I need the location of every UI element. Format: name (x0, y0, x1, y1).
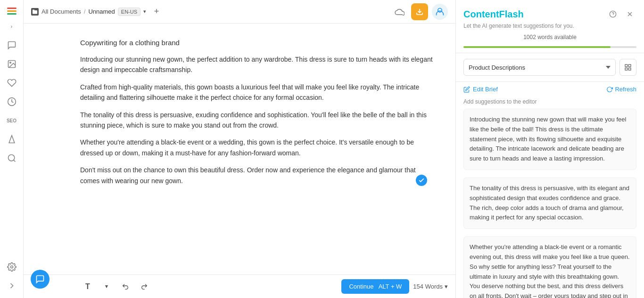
bottom-toolbar: T ▾ Continue ALT + W 154 Words ▾ (24, 274, 455, 298)
cf-suggestions[interactable]: Introducing the stunning new gown that w… (456, 109, 644, 298)
cf-words-available: 1002 words available (463, 34, 636, 40)
refresh-label: Refresh (615, 86, 636, 93)
breadcrumb-root[interactable]: All Documents (41, 8, 81, 15)
download-button[interactable] (411, 3, 428, 20)
cf-header: ContentFlash Let the AI generate text su… (456, 0, 644, 53)
svg-rect-15 (625, 68, 627, 70)
sidebar-item-expand[interactable] (3, 277, 20, 294)
suggestion-3[interactable]: Whether you're attending a black-tie eve… (463, 236, 636, 298)
sidebar-item-image[interactable] (3, 56, 20, 72)
cf-controls: Product Descriptions Blog Posts Social M… (456, 53, 644, 82)
svg-point-4 (8, 155, 14, 161)
svg-point-6 (10, 266, 13, 268)
paragraph-4: Whether you're attending a black-tie eve… (80, 137, 437, 158)
document-title: Copywriting for a clothing brand (80, 39, 437, 47)
cf-words-bar (463, 46, 636, 48)
sidebar-expand-icon[interactable]: › (11, 24, 12, 29)
contentflash-panel: ContentFlash Let the AI generate text su… (455, 0, 644, 298)
undo-button[interactable] (118, 279, 133, 294)
sidebar-item-history[interactable] (3, 93, 20, 110)
sidebar-item-favorites[interactable] (3, 74, 20, 91)
font-dropdown-button[interactable]: ▾ (99, 279, 114, 294)
editor-wrapper: All Documents / Unnamed EN-US ▾ + Copywr… (24, 0, 455, 298)
logo[interactable] (7, 4, 17, 18)
breadcrumb-dropdown-icon[interactable]: ▾ (143, 8, 146, 15)
suggestion-2[interactable]: The tonality of this dress is persuasive… (463, 177, 636, 229)
logo-line-red (7, 8, 17, 9)
editor-content[interactable]: Copywriting for a clothing brand Introdu… (24, 24, 455, 274)
continue-button[interactable]: Continue ALT + W (341, 279, 409, 294)
word-count-chevron: ▾ (445, 283, 448, 290)
help-button[interactable] (606, 8, 619, 21)
paragraph-2: Crafted from high-quality materials, thi… (80, 82, 437, 103)
svg-rect-13 (625, 64, 627, 67)
paragraph-1: Introducing our stunning new gown, the p… (80, 54, 437, 75)
sidebar-item-shapes[interactable] (3, 131, 20, 148)
suggestion-1[interactable]: Introducing the stunning new gown that w… (463, 109, 636, 170)
lang-badge[interactable]: EN-US (118, 8, 140, 16)
cloud-sync-button[interactable] (391, 4, 407, 20)
svg-rect-16 (628, 68, 631, 70)
svg-rect-14 (628, 64, 631, 67)
checkmark-badge (416, 175, 427, 186)
cf-title: ContentFlash (463, 9, 524, 20)
breadcrumb-current[interactable]: Unnamed (88, 8, 115, 15)
close-panel-button[interactable] (623, 8, 636, 21)
svg-line-5 (13, 160, 15, 162)
continue-shortcut: ALT + W (379, 283, 402, 290)
svg-point-1 (9, 62, 10, 64)
cf-actions: Edit Brief Refresh (456, 82, 644, 98)
breadcrumb: All Documents / Unnamed EN-US ▾ (31, 8, 146, 16)
edit-brief-button[interactable]: Edit Brief (463, 86, 498, 93)
add-suggestions-label: Add suggestions to the editor (456, 98, 644, 109)
top-bar: All Documents / Unnamed EN-US ▾ + (24, 0, 455, 24)
edit-brief-label: Edit Brief (473, 86, 498, 93)
paragraph-3: The tonality of this dress is persuasive… (80, 110, 437, 131)
cf-words-bar-fill (463, 46, 611, 48)
word-count-value: 154 Words (413, 283, 443, 290)
word-count[interactable]: 154 Words ▾ (413, 283, 448, 290)
left-sidebar: › SEO (0, 0, 24, 298)
cf-title-icons (606, 8, 636, 21)
last-para-wrapper: Don't miss out on the chance to own this… (80, 165, 437, 186)
sidebar-item-search[interactable] (3, 150, 20, 167)
svg-marker-3 (9, 136, 15, 143)
seo-label: SEO (7, 118, 17, 123)
redo-button[interactable] (137, 279, 152, 294)
content-type-select[interactable]: Product Descriptions Blog Posts Social M… (463, 59, 616, 76)
logo-line-orange (7, 10, 17, 12)
ai-avatar[interactable] (432, 4, 448, 20)
continue-label: Continue (349, 283, 373, 290)
add-document-button[interactable]: + (150, 5, 163, 18)
chat-bubble-button[interactable] (31, 270, 50, 289)
cf-subtitle: Let the AI generate text suggestions for… (463, 23, 636, 29)
app-wrapper: › SEO (0, 0, 644, 298)
logo-line-green (7, 13, 17, 15)
sidebar-item-seo[interactable]: SEO (3, 112, 20, 129)
folder-icon (31, 8, 39, 16)
right-side: ContentFlash Let the AI generate text su… (455, 0, 644, 298)
paragraph-5: Don't miss out on the chance to own this… (80, 165, 437, 186)
refresh-button[interactable]: Refresh (606, 86, 636, 93)
grid-view-button[interactable] (619, 59, 636, 76)
font-type-button[interactable]: T (80, 279, 95, 294)
sidebar-item-settings[interactable] (3, 258, 20, 275)
breadcrumb-separator: / (84, 8, 86, 15)
cf-title-row: ContentFlash (463, 8, 636, 21)
sidebar-item-comment[interactable] (3, 37, 20, 54)
